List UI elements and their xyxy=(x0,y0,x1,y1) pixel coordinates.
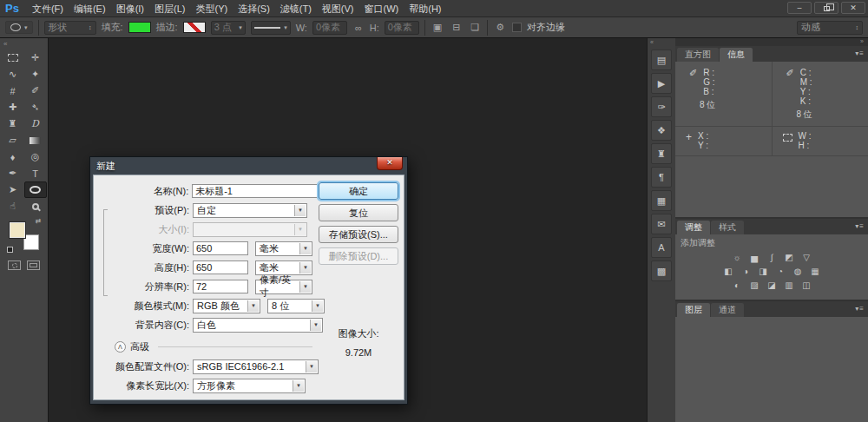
pen-tool[interactable]: ✒ xyxy=(2,165,24,181)
foreground-color-swatch[interactable] xyxy=(10,222,25,238)
name-input[interactable] xyxy=(192,184,328,198)
shape-height-field[interactable]: 0像素 xyxy=(385,21,419,35)
invert-icon[interactable]: ◐ xyxy=(730,280,744,291)
crop-tool[interactable]: # xyxy=(2,82,24,99)
width-input[interactable] xyxy=(193,241,248,255)
menu-view[interactable]: 视图(V) xyxy=(317,0,359,17)
path-selection-tool[interactable]: ➤ xyxy=(2,181,24,198)
magic-wand-tool[interactable]: ✦ xyxy=(24,66,47,82)
type-tool[interactable]: T xyxy=(24,165,47,181)
clone-stamp-tool[interactable]: ♜ xyxy=(2,115,24,132)
height-unit-select[interactable]: 毫米▼ xyxy=(255,260,312,275)
panel-menu-icon[interactable]: ▾≡ xyxy=(855,49,865,57)
quick-mask-button[interactable] xyxy=(8,260,21,270)
tools-collapse-icon[interactable]: « xyxy=(0,38,48,49)
workspace-switcher[interactable]: 动感 ↕ xyxy=(797,21,863,35)
dock-collapse-icon[interactable]: « xyxy=(648,38,675,47)
tab-layers[interactable]: 图层 xyxy=(677,303,710,317)
fill-color-swatch[interactable] xyxy=(128,22,151,33)
stroke-width-field[interactable]: 3 点 ▾ xyxy=(211,21,246,35)
bit-depth-select[interactable]: 8 位▼ xyxy=(267,299,325,313)
rectangular-marquee-tool[interactable] xyxy=(2,49,24,66)
color-lookup-icon[interactable]: ▦ xyxy=(808,266,822,277)
tab-channels[interactable]: 通道 xyxy=(711,303,744,317)
color-profile-select[interactable]: sRGB IEC61966-2.1▼ xyxy=(193,359,319,374)
hand-tool[interactable]: ☝ xyxy=(2,198,24,214)
zoom-tool[interactable] xyxy=(24,198,47,214)
width-unit-select[interactable]: 毫米▼ xyxy=(255,241,312,256)
resolution-unit-select[interactable]: 像素/英寸▼ xyxy=(255,280,312,294)
menu-filter[interactable]: 滤镜(T) xyxy=(275,0,317,17)
brightness-contrast-icon[interactable]: ☼ xyxy=(730,252,744,263)
color-mode-select[interactable]: RGB 颜色▼ xyxy=(193,299,260,313)
advanced-collapse-icon[interactable]: ᐱ xyxy=(115,341,126,353)
color-balance-icon[interactable]: ◑ xyxy=(739,266,753,277)
path-alignment-icon[interactable]: ⊟ xyxy=(450,22,463,33)
swatches-panel-icon[interactable]: ▩ xyxy=(651,260,672,281)
tool-mode-select[interactable]: 形状 ↕ xyxy=(44,21,96,35)
character-panel-icon[interactable]: A xyxy=(651,237,672,258)
menu-type[interactable]: 类型(Y) xyxy=(190,0,233,17)
gear-icon[interactable]: ⚙ xyxy=(493,22,507,33)
reset-button[interactable]: 复位 xyxy=(319,204,398,221)
expand-panels-icon[interactable]: » xyxy=(860,38,864,44)
background-color-swatch[interactable] xyxy=(23,234,39,250)
menu-edit[interactable]: 编辑(E) xyxy=(69,0,111,17)
close-window-button[interactable]: ✕ xyxy=(841,2,865,14)
menu-select[interactable]: 选择(S) xyxy=(233,0,275,17)
pixel-aspect-ratio-select[interactable]: 方形像素▼ xyxy=(193,379,306,393)
panel-menu-icon[interactable]: ▾≡ xyxy=(855,305,865,313)
tab-info[interactable]: 信息 xyxy=(720,48,753,62)
photo-filter-icon[interactable]: ◔ xyxy=(773,266,787,277)
levels-icon[interactable]: ▅ xyxy=(747,252,761,263)
stroke-style-select[interactable]: ▾ xyxy=(251,21,291,35)
exposure-icon[interactable]: ◩ xyxy=(782,252,796,263)
menu-layer[interactable]: 图层(L) xyxy=(149,0,190,17)
brush-presets-panel-icon[interactable]: ❖ xyxy=(651,120,672,141)
tab-adjustments[interactable]: 调整 xyxy=(677,221,710,234)
resolution-input[interactable] xyxy=(193,280,248,293)
stroke-color-swatch[interactable] xyxy=(183,22,206,33)
gradient-tool[interactable] xyxy=(24,132,47,148)
hue-saturation-icon[interactable]: ◧ xyxy=(721,266,735,277)
menu-window[interactable]: 窗口(W) xyxy=(359,0,404,17)
posterize-icon[interactable]: ▨ xyxy=(747,280,761,291)
swap-colors-icon[interactable]: ⇄ xyxy=(36,217,42,225)
healing-brush-tool[interactable]: ✚ xyxy=(2,99,24,115)
history-brush-tool[interactable]: D xyxy=(24,115,47,132)
default-colors-icon[interactable] xyxy=(7,247,13,253)
channel-mixer-icon[interactable]: ◍ xyxy=(791,266,805,277)
save-preset-button[interactable]: 存储预设(S)... xyxy=(319,226,398,243)
gradient-map-icon[interactable]: ▥ xyxy=(782,280,796,291)
path-operations-icon[interactable]: ▣ xyxy=(431,22,444,33)
menu-image[interactable]: 图像(I) xyxy=(111,0,149,17)
link-dimensions-icon[interactable]: ∞ xyxy=(352,23,365,33)
blur-tool[interactable]: ♦ xyxy=(2,148,24,165)
move-tool[interactable]: ✛ xyxy=(24,49,47,66)
eraser-tool[interactable]: ▱ xyxy=(2,132,24,148)
dodge-tool[interactable]: ◎ xyxy=(24,148,47,165)
menu-file[interactable]: 文件(F) xyxy=(27,0,69,17)
restore-button[interactable] xyxy=(814,2,838,14)
notes-panel-icon[interactable]: ✉ xyxy=(651,214,672,234)
curves-icon[interactable]: ∫ xyxy=(765,252,779,263)
minimize-button[interactable]: – xyxy=(787,2,812,14)
background-contents-select[interactable]: 白色▼ xyxy=(193,318,323,333)
black-white-icon[interactable]: ◨ xyxy=(756,266,770,277)
shape-width-field[interactable]: 0像素 xyxy=(312,21,347,35)
layer-comps-panel-icon[interactable]: ▦ xyxy=(651,190,672,211)
path-arrangement-icon[interactable]: ❏ xyxy=(468,22,482,33)
tool-presets-panel-icon[interactable]: ✑ xyxy=(651,96,672,117)
history-panel-icon[interactable]: ▤ xyxy=(651,49,672,70)
threshold-icon[interactable]: ◪ xyxy=(765,280,779,291)
align-edges-checkbox[interactable] xyxy=(512,23,522,32)
lasso-tool[interactable]: ∿ xyxy=(2,66,24,82)
tool-preset-picker[interactable]: ▾ xyxy=(5,21,33,34)
brush-tool[interactable]: ➴ xyxy=(24,99,47,115)
ok-button[interactable]: 确定 xyxy=(319,182,398,200)
dialog-close-button[interactable]: ✕ xyxy=(377,157,403,170)
panel-menu-icon[interactable]: ▾≡ xyxy=(855,222,865,230)
paragraph-panel-icon[interactable]: ¶ xyxy=(651,167,672,188)
eyedropper-tool[interactable]: ✐ xyxy=(24,82,47,99)
height-input[interactable] xyxy=(193,260,248,274)
